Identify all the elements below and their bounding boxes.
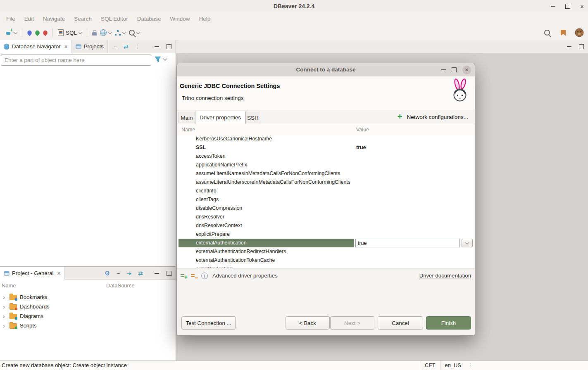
test-connection-button[interactable]: Test Connection ... (181, 316, 236, 330)
tree-item-bookmarks[interactable]: › Bookmarks (0, 292, 176, 302)
property-row[interactable]: clientTags (177, 195, 474, 204)
menu-navigate[interactable]: Navigate (38, 14, 69, 24)
tab-ssh[interactable]: SSH (245, 112, 260, 123)
link-open-icon[interactable]: ⇥ (126, 270, 131, 277)
tab-projects[interactable]: Projects (72, 40, 108, 53)
tree-item-dashboards[interactable]: › Dashboards (0, 302, 176, 311)
user-avatar[interactable] (575, 28, 584, 37)
maximize-view-icon[interactable] (167, 271, 171, 276)
autocommit-button[interactable] (26, 29, 33, 37)
property-row[interactable]: KerberosUseCanonicalHostname (177, 135, 474, 143)
column-header-datasource[interactable]: DataSource (106, 282, 135, 289)
tab-main[interactable]: Main (179, 112, 195, 123)
property-row[interactable]: clientInfo (177, 187, 474, 195)
property-row[interactable]: SSLtrue (177, 143, 474, 152)
property-row[interactable]: disableCompression (177, 204, 474, 213)
dialog-maximize-icon[interactable] (452, 67, 457, 72)
property-row[interactable]: externalAuthenticationTokenCache (177, 256, 474, 265)
link-with-editor-icon[interactable]: ⇄ (138, 270, 143, 277)
tab-driver-properties[interactable]: Driver properties (195, 111, 245, 124)
dialog-close-icon[interactable]: × (462, 66, 471, 74)
close-tab-icon[interactable]: × (64, 43, 68, 50)
property-row-selected[interactable]: externalAuthentication (177, 239, 474, 247)
open-web-button[interactable] (98, 28, 113, 38)
property-row[interactable]: dnsResolver (177, 213, 474, 221)
close-tab-icon[interactable]: × (57, 270, 61, 277)
tree-item-scripts[interactable]: › Scripts (0, 321, 176, 330)
object-name-search-input[interactable] (1, 55, 151, 66)
locale-indicator[interactable]: en_US (440, 361, 466, 370)
global-search-button[interactable] (543, 28, 552, 37)
add-property-icon[interactable] (181, 273, 186, 278)
tab-database-navigator[interactable]: Database Navigator × (0, 40, 72, 53)
property-row[interactable]: externalAuthenticationRedirectHandlers (177, 247, 474, 256)
value-dropdown-button[interactable] (462, 239, 473, 247)
view-menu-icon[interactable]: ⋮ (135, 43, 141, 50)
minimize-view-icon[interactable] (155, 273, 159, 274)
remove-property-icon[interactable] (191, 273, 197, 278)
minimize-view-icon[interactable] (155, 46, 159, 47)
collapse-all-icon[interactable]: − (117, 270, 120, 277)
minimize-view-icon[interactable] (567, 46, 571, 47)
sql-editor-button[interactable]: SQL (56, 28, 83, 38)
network-tools-button[interactable] (113, 28, 127, 37)
timezone-indicator[interactable]: CET (420, 361, 440, 370)
column-header-name[interactable]: Name (2, 282, 16, 289)
project-icon (4, 270, 10, 276)
dialog-minimize-icon[interactable] (441, 69, 446, 70)
diagrams-folder-icon (10, 314, 17, 319)
filter-button[interactable] (155, 56, 167, 62)
property-row[interactable]: accessToken (177, 152, 474, 161)
menu-search[interactable]: Search (69, 14, 96, 24)
new-connection-button[interactable] (4, 28, 19, 37)
network-configurations-button[interactable]: + Network configurations... (398, 113, 468, 121)
menu-help[interactable]: Help (194, 14, 215, 24)
maximize-view-icon[interactable] (167, 44, 171, 49)
column-header-name[interactable]: Name (181, 127, 195, 133)
search-tools-button[interactable] (127, 28, 141, 37)
property-row[interactable]: explicitPrepare (177, 230, 474, 239)
grid-footer-toolbar: i Advanced driver properties Driver docu… (177, 270, 475, 281)
settings-gear-icon[interactable]: ⚙ (105, 270, 110, 277)
menu-window[interactable]: Window (165, 14, 194, 24)
window-minimize-icon[interactable] (551, 6, 555, 7)
window-maximize-icon[interactable] (565, 4, 570, 9)
driver-documentation-link[interactable]: Driver documentation (419, 273, 471, 279)
dialog-titlebar[interactable]: Connect to a database × (177, 63, 475, 77)
menu-edit[interactable]: Edit (20, 14, 38, 24)
property-row[interactable]: applicationNamePrefix (177, 161, 474, 169)
cancel-button[interactable]: Cancel (378, 316, 423, 330)
commit-button[interactable] (33, 29, 41, 37)
property-row[interactable]: assumeLiteralUnderscoreInMetadataCallsFo… (177, 178, 474, 187)
rollback-button[interactable] (41, 29, 49, 37)
project-table-header: Name DataSource (0, 280, 176, 291)
property-grid[interactable]: KerberosUseCanonicalHostname SSLtrue acc… (177, 135, 474, 268)
tree-item-diagrams[interactable]: › Diagrams (0, 311, 176, 321)
maximize-view-icon[interactable] (579, 44, 584, 49)
dialog-header-title: Generic JDBC Connection Settings (180, 83, 280, 89)
property-row[interactable]: assumeLiteralNamesInMetadataCallsForNonC… (177, 169, 474, 178)
collapse-all-icon[interactable]: − (114, 43, 117, 50)
menu-file[interactable]: File (2, 14, 20, 24)
expand-chevron-icon[interactable]: › (3, 323, 7, 329)
transaction-log-button[interactable] (90, 28, 98, 37)
tab-project-general[interactable]: Project - General × (0, 267, 65, 280)
window-titlebar[interactable]: DBeaver 24.2.4 × (0, 0, 588, 12)
window-close-icon[interactable]: × (580, 3, 584, 9)
next-button[interactable]: Next > (330, 316, 374, 330)
property-row[interactable]: dnsResolverContext (177, 221, 474, 230)
property-row[interactable]: extraCredentials (177, 265, 474, 268)
menu-database[interactable]: Database (133, 14, 166, 24)
menu-sql-editor[interactable]: SQL Editor (96, 14, 133, 24)
main-toolbar: SQL (0, 25, 588, 40)
expand-chevron-icon[interactable]: › (3, 313, 7, 319)
finish-button[interactable]: Finish (426, 316, 471, 330)
expand-chevron-icon[interactable]: › (3, 304, 7, 310)
back-button[interactable]: < Back (286, 316, 330, 330)
property-grid-header: Name Value (177, 123, 474, 136)
link-with-editor-icon[interactable]: ⇄ (124, 43, 129, 50)
column-header-value[interactable]: Value (356, 127, 369, 133)
property-value-input[interactable] (355, 239, 460, 247)
expand-chevron-icon[interactable]: › (3, 294, 7, 300)
bookmarks-button[interactable] (559, 28, 567, 38)
